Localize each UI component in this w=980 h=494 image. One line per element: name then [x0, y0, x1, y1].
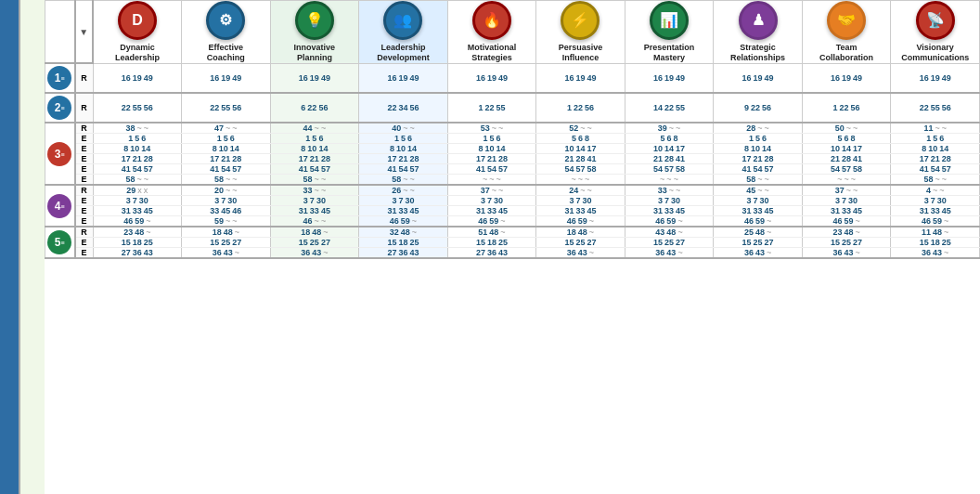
data-cell: 81014 — [447, 144, 536, 154]
data-cell: 415457 — [359, 164, 448, 175]
req-type-label: E — [75, 216, 94, 228]
table-row: E373037303730373037303730373037303730373… — [45, 196, 980, 206]
table-row: 5≡R2348~1848~1848~3248~5148~1848~4348~25… — [45, 227, 980, 238]
data-cell: 53~~ — [447, 123, 536, 134]
col-label-effective-coaching: EffectiveCoaching — [183, 43, 269, 63]
col-label-collaboration: TeamCollaboration — [804, 43, 890, 63]
data-cell: 172128 — [359, 154, 448, 164]
data-cell: 313345 — [359, 206, 448, 216]
table-row: 2≡R2255562255566225622345612255122561422… — [45, 93, 980, 123]
data-cell: 152527 — [802, 238, 891, 248]
data-cell: 212841 — [536, 154, 625, 164]
col-icon-persuasive-influence: ⚡ — [561, 1, 600, 40]
data-cell: 59~~ — [182, 216, 271, 228]
data-cell: 1848~ — [536, 227, 625, 238]
data-cell: 3643~ — [802, 248, 891, 259]
col-header-strategic-relationships: ♟StrategicRelationships — [714, 1, 803, 64]
col-header-presentation-mastery: 📊PresentationMastery — [625, 1, 714, 64]
page-wrapper: ▼ DDynamicLeadership⚙EffectiveCoaching💡I… — [0, 0, 980, 494]
col-icon-leadership-development: 👥 — [383, 1, 422, 40]
data-cell: 4659~ — [891, 216, 980, 228]
col-label-dynamic-leadership: DynamicLeadership — [95, 43, 180, 63]
data-cell: 58~~ — [270, 175, 359, 186]
col-header-effective-coaching: ⚙EffectiveCoaching — [182, 1, 271, 64]
req-type-label: E — [75, 144, 94, 154]
data-cell: 568 — [625, 134, 714, 144]
data-cell: 225556 — [182, 93, 271, 123]
data-cell: 4659~ — [536, 216, 625, 228]
table-row: 1≡R1619491619491619491619491619491619491… — [45, 63, 980, 93]
data-cell: 3730 — [536, 196, 625, 206]
data-cell: 37~~ — [447, 185, 536, 196]
data-cell: 2348~ — [93, 227, 182, 238]
data-cell: 4659~ — [447, 216, 536, 228]
data-cell: 161949 — [270, 63, 359, 93]
level-badge-4: 4≡ — [47, 194, 71, 218]
data-cell: 45~~ — [714, 185, 803, 196]
data-cell: 156 — [182, 134, 271, 144]
data-cell: 161949 — [625, 63, 714, 93]
data-cell: 12256 — [536, 93, 625, 123]
data-cell: 5148~ — [447, 227, 536, 238]
data-cell: 545758 — [802, 164, 891, 175]
data-cell: 152527 — [536, 238, 625, 248]
data-cell: 156 — [93, 134, 182, 144]
data-cell: 81014 — [359, 144, 448, 154]
data-cell: 101417 — [625, 144, 714, 154]
level-badge-2: 2≡ — [47, 96, 71, 120]
table-scroll-area[interactable]: ▼ DDynamicLeadership⚙EffectiveCoaching💡I… — [45, 0, 980, 494]
data-cell: 3730 — [359, 196, 448, 206]
data-cell: 26~~ — [359, 185, 448, 196]
data-cell: 4659~ — [359, 216, 448, 228]
data-cell: 33~~ — [270, 185, 359, 196]
col-label-motivational-strategies: MotivationalStrategies — [449, 43, 535, 63]
table-row: E151825152527152527151825151825152527152… — [45, 238, 980, 248]
data-cell: ~~~ — [447, 175, 536, 186]
data-cell: 152527 — [270, 238, 359, 248]
data-cell: 151825 — [359, 238, 448, 248]
data-cell: 568 — [802, 134, 891, 144]
data-cell: 415457 — [447, 164, 536, 175]
data-cell: 151825 — [891, 238, 980, 248]
data-cell: 3730 — [625, 196, 714, 206]
data-cell: 46~~ — [270, 216, 359, 228]
data-cell: 50~~ — [802, 123, 891, 134]
req-type-label: E — [75, 164, 94, 175]
data-cell: 156 — [447, 134, 536, 144]
data-cell: 3643~ — [182, 248, 271, 259]
col-icon-innovative-planning: 💡 — [295, 1, 334, 40]
data-cell: 151825 — [447, 238, 536, 248]
data-cell: 3643~ — [270, 248, 359, 259]
data-cell: 37~~ — [802, 185, 891, 196]
col-label-presentation-mastery: PresentationMastery — [626, 43, 713, 63]
data-cell: 415457 — [182, 164, 271, 175]
req-type-label: E — [75, 154, 94, 164]
level-badge-1: 1≡ — [47, 66, 71, 90]
col-header-motivational-strategies: 🔥MotivationalStrategies — [447, 1, 536, 64]
col-icon-motivational-strategies: 🔥 — [472, 1, 511, 40]
data-cell: 415457 — [714, 164, 803, 175]
req-type-label: R — [75, 185, 94, 196]
main-content: ▼ DDynamicLeadership⚙EffectiveCoaching💡I… — [45, 0, 980, 494]
data-cell: ~~~ — [536, 175, 625, 186]
data-cell: 313345 — [714, 206, 803, 216]
data-cell: 161949 — [891, 63, 980, 93]
table-row: E172128172128172128172128172128212841212… — [45, 154, 980, 164]
data-cell: 415457 — [93, 164, 182, 175]
data-cell: 4348~ — [625, 227, 714, 238]
req-type-label: R — [75, 63, 94, 93]
data-cell: 81014 — [270, 144, 359, 154]
data-cell: 81014 — [182, 144, 271, 154]
data-cell: 161949 — [182, 63, 271, 93]
down-arrow-icon: ▼ — [79, 27, 88, 37]
data-cell: 101417 — [802, 144, 891, 154]
data-cell: 39~~ — [625, 123, 714, 134]
col-label-leadership-development: LeadershipDevelopment — [360, 43, 446, 63]
data-cell: 92256 — [714, 93, 803, 123]
data-cell: 3730 — [891, 196, 980, 206]
data-cell: 3730 — [93, 196, 182, 206]
req-type-label: E — [75, 175, 94, 186]
data-cell: 225556 — [891, 93, 980, 123]
data-cell: 212841 — [802, 154, 891, 164]
col-header-persuasive-influence: ⚡PersuasiveInfluence — [536, 1, 625, 64]
